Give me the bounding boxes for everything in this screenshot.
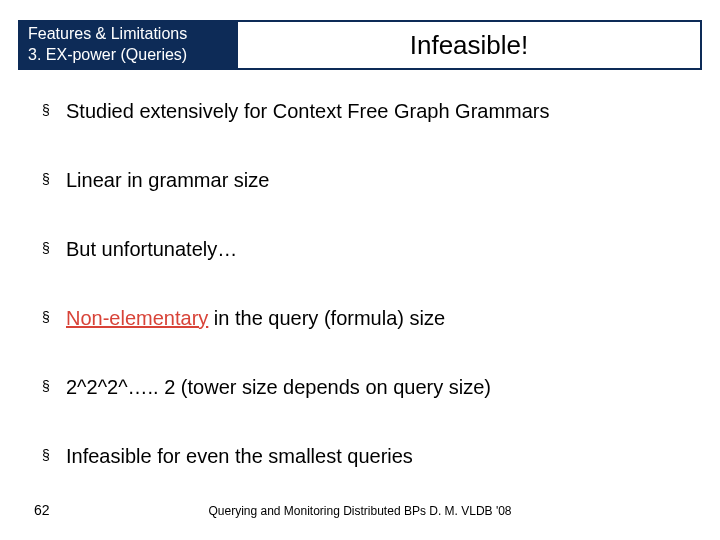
header-title: Infeasible! — [238, 22, 700, 68]
list-item: § But unfortunately… — [42, 236, 690, 262]
bullet-icon: § — [42, 308, 56, 326]
list-item: § Linear in grammar size — [42, 167, 690, 193]
header-left-line1: Features & Limitations — [28, 24, 238, 45]
header-left-line2: 3. EX-power (Queries) — [28, 45, 238, 66]
list-item: § Infeasible for even the smallest queri… — [42, 443, 690, 469]
footer-text: Querying and Monitoring Distributed BPs … — [0, 504, 720, 518]
list-item-text: But unfortunately… — [66, 236, 690, 262]
list-item-text: Studied extensively for Context Free Gra… — [66, 98, 690, 124]
bullet-icon: § — [42, 446, 56, 464]
bullet-list: § Studied extensively for Context Free G… — [42, 98, 690, 512]
bullet-icon: § — [42, 101, 56, 119]
list-item: § 2^2^2^….. 2 (tower size depends on que… — [42, 374, 690, 400]
bullet-icon: § — [42, 239, 56, 257]
list-item-text: Infeasible for even the smallest queries — [66, 443, 690, 469]
list-item: § Studied extensively for Context Free G… — [42, 98, 690, 124]
bullet-icon: § — [42, 170, 56, 188]
header-left-box: Features & Limitations 3. EX-power (Quer… — [20, 22, 238, 68]
bullet-icon: § — [42, 377, 56, 395]
list-item-rest: in the query (formula) size — [208, 307, 445, 329]
list-item: § Non-elementary in the query (formula) … — [42, 305, 690, 331]
highlight-text: Non-elementary — [66, 307, 208, 329]
slide-footer: 62 Querying and Monitoring Distributed B… — [0, 498, 720, 518]
slide: Features & Limitations 3. EX-power (Quer… — [0, 0, 720, 540]
list-item-text: Linear in grammar size — [66, 167, 690, 193]
list-item-text: 2^2^2^….. 2 (tower size depends on query… — [66, 374, 690, 400]
slide-header: Features & Limitations 3. EX-power (Quer… — [18, 20, 702, 70]
list-item-text: Non-elementary in the query (formula) si… — [66, 305, 690, 331]
